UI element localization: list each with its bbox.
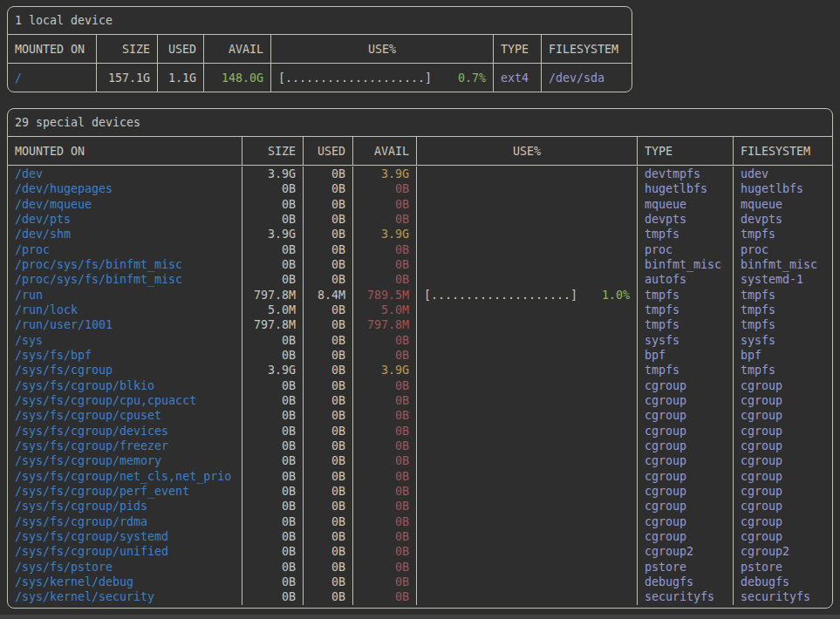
cell-used: 0B	[303, 484, 352, 499]
window-bottom-edge	[0, 615, 840, 619]
cell-type: proc	[637, 242, 733, 257]
cell-used: 8.4M	[303, 288, 352, 303]
cell-use-pct	[416, 167, 637, 181]
cell-mount: /sys/fs/pstore	[8, 560, 242, 575]
cell-used: 0B	[303, 393, 352, 408]
cell-size: 0B	[242, 212, 303, 227]
cell-use-pct: [....................]1.0%	[416, 288, 637, 303]
cell-use-pct	[416, 212, 637, 227]
cell-use-pct	[416, 453, 637, 468]
cell-avail: 789.5M	[352, 288, 416, 303]
cell-mount: /run/user/1001	[8, 317, 242, 332]
usage-percent: 1.0%	[602, 289, 630, 302]
cell-type: cgroup	[637, 439, 733, 453]
cell-filesystem: cgroup	[733, 499, 832, 514]
cell-mount: /sys/kernel/security	[8, 589, 242, 604]
cell-use-pct	[416, 227, 637, 241]
cell-type: mqueue	[637, 197, 733, 212]
cell-use-pct	[416, 499, 637, 514]
cell-filesystem: tmpfs	[733, 288, 832, 303]
cell-avail: 0B	[352, 453, 416, 468]
cell-size: 0B	[242, 453, 303, 468]
cell-type: cgroup2	[637, 544, 733, 559]
cell-use-pct	[416, 257, 637, 272]
column-header-avail: AVAIL	[352, 137, 416, 165]
cell-avail: 3.9G	[352, 227, 416, 241]
cell-size: 0B	[242, 560, 303, 575]
cell-avail: 0B	[352, 333, 416, 348]
cell-mount: /	[8, 64, 96, 92]
cell-used: 0B	[303, 575, 352, 589]
cell-mount: /sys/fs/cgroup/blkio	[8, 378, 242, 393]
local-devices-title: 1 local device	[8, 7, 632, 35]
cell-use-pct	[416, 303, 637, 317]
cell-avail: 0B	[352, 272, 416, 287]
cell-avail: 0B	[352, 393, 416, 408]
cell-filesystem: debugfs	[733, 575, 832, 589]
cell-use-pct: [....................]0.7%	[270, 64, 493, 92]
cell-type: pstore	[637, 560, 733, 575]
cell-avail: 0B	[352, 257, 416, 272]
cell-mount: /sys/kernel/debug	[8, 575, 242, 589]
cell-used: 0B	[303, 453, 352, 468]
cell-mount: /sys	[8, 333, 242, 348]
cell-type: tmpfs	[637, 288, 733, 303]
cell-use-pct	[416, 589, 637, 604]
cell-mount: /proc/sys/fs/binfmt_misc	[8, 272, 242, 287]
cell-used: 0B	[303, 348, 352, 363]
cell-used: 0B	[303, 560, 352, 575]
cell-size: 797.8M	[242, 317, 303, 332]
cell-avail: 0B	[352, 469, 416, 484]
cell-type: bpf	[637, 348, 733, 363]
cell-mount: /sys/fs/cgroup/unified	[8, 544, 242, 559]
cell-type: tmpfs	[637, 303, 733, 317]
cell-avail: 3.9G	[352, 363, 416, 378]
cell-avail: 0B	[352, 529, 416, 544]
column-header-size: SIZE	[96, 35, 157, 63]
cell-mount: /sys/fs/cgroup/rdma	[8, 514, 242, 529]
column-header-used: USED	[157, 35, 203, 63]
cell-mount: /sys/fs/cgroup/cpuset	[8, 408, 242, 423]
cell-size: 0B	[242, 514, 303, 529]
cell-filesystem: cgroup	[733, 514, 832, 529]
cell-size: 3.9G	[242, 167, 303, 181]
cell-used: 0B	[303, 514, 352, 529]
cell-filesystem: cgroup	[733, 424, 832, 439]
cell-avail: 0B	[352, 348, 416, 363]
cell-use-pct	[416, 363, 637, 378]
cell-filesystem: mqueue	[733, 197, 832, 212]
cell-used: 0B	[303, 317, 352, 332]
cell-size: 0B	[242, 333, 303, 348]
cell-mount: /dev/mqueue	[8, 197, 242, 212]
cell-avail: 0B	[352, 212, 416, 227]
cell-type: devtmpfs	[637, 167, 733, 181]
cell-mount: /dev	[8, 167, 242, 181]
cell-mount: /run/lock	[8, 303, 242, 317]
cell-use-pct	[416, 408, 637, 423]
cell-filesystem: cgroup	[733, 393, 832, 408]
cell-size: 0B	[242, 257, 303, 272]
cell-use-pct	[416, 348, 637, 363]
cell-size: 0B	[242, 469, 303, 484]
cell-type: tmpfs	[637, 363, 733, 378]
usage-percent: 0.7%	[458, 71, 486, 85]
cell-type: cgroup	[637, 514, 733, 529]
cell-type: cgroup	[637, 393, 733, 408]
cell-filesystem: cgroup2	[733, 544, 832, 559]
cell-avail: 5.0M	[352, 303, 416, 317]
cell-mount: /sys/fs/bpf	[8, 348, 242, 363]
cell-size: 0B	[242, 181, 303, 196]
cell-use-pct	[416, 378, 637, 393]
cell-filesystem: cgroup	[733, 529, 832, 544]
cell-mount: /sys/fs/cgroup/cpu,cpuacct	[8, 393, 242, 408]
cell-filesystem: /dev/sda	[541, 64, 632, 92]
cell-mount: /sys/fs/cgroup/perf_event	[8, 484, 242, 499]
cell-size: 0B	[242, 197, 303, 212]
terminal-screen[interactable]: 1 local device MOUNTED ON SIZE USED AVAI…	[0, 0, 840, 615]
cell-size: 3.9G	[242, 363, 303, 378]
column-header-size: SIZE	[242, 137, 303, 165]
cell-avail: 797.8M	[352, 317, 416, 332]
cell-avail: 0B	[352, 424, 416, 439]
cell-mount: /proc	[8, 242, 242, 257]
cell-type: tmpfs	[637, 227, 733, 241]
